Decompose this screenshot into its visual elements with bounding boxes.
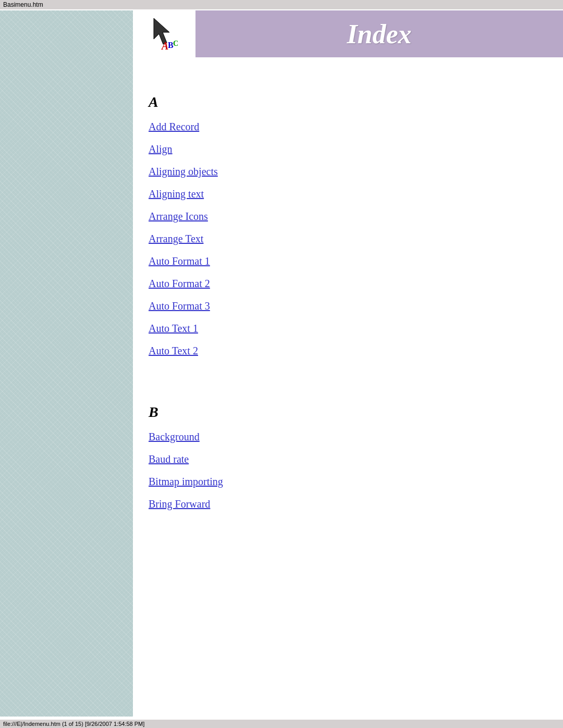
- list-item: Arrange Text: [149, 228, 547, 250]
- list-item: Aligning text: [149, 183, 547, 205]
- list-item: Aligning objects: [149, 161, 547, 183]
- section-heading-a: A: [133, 83, 563, 116]
- title-banner: Index: [195, 10, 563, 57]
- page-title: Index: [347, 19, 411, 50]
- spacer-before-a: [133, 68, 563, 83]
- link-baud-rate[interactable]: Baud rate: [149, 453, 189, 465]
- main-wrapper: A B C Index A Add Record Align Aligning …: [0, 10, 563, 717]
- list-item: Bitmap importing: [149, 471, 547, 493]
- sidebar: [0, 10, 133, 717]
- section-b-links: Background Baud rate Bitmap importing Br…: [133, 426, 563, 515]
- status-bar-text: file:///E|/Indemenu.htm (1 of 15) [9/26/…: [3, 721, 144, 727]
- link-add-record[interactable]: Add Record: [149, 121, 199, 132]
- section-a-links: Add Record Align Aligning objects Aligni…: [133, 116, 563, 362]
- spacer-before-b-2: [133, 378, 563, 393]
- link-bitmap-importing[interactable]: Bitmap importing: [149, 476, 223, 487]
- content-area: A B C Index A Add Record Align Aligning …: [133, 10, 563, 717]
- list-item: Auto Format 1: [149, 250, 547, 273]
- list-item: Auto Text 2: [149, 340, 547, 362]
- link-arrange-text[interactable]: Arrange Text: [149, 233, 203, 244]
- link-auto-format-1[interactable]: Auto Format 1: [149, 255, 210, 267]
- list-item: Add Record: [149, 116, 547, 138]
- link-background[interactable]: Background: [149, 431, 200, 442]
- list-item: Arrange Icons: [149, 205, 547, 228]
- svg-text:C: C: [173, 40, 178, 47]
- title-bar: Basimenu.htm: [0, 0, 563, 9]
- link-auto-format-3[interactable]: Auto Format 3: [149, 300, 210, 312]
- page-header: A B C Index: [133, 10, 563, 57]
- link-aligning-objects[interactable]: Aligning objects: [149, 166, 218, 177]
- link-arrange-icons[interactable]: Arrange Icons: [149, 211, 208, 222]
- link-aligning-text[interactable]: Aligning text: [149, 188, 204, 200]
- logo-icon: A B C: [146, 16, 182, 52]
- list-item: Align: [149, 138, 547, 161]
- link-auto-text-1[interactable]: Auto Text 1: [149, 323, 198, 334]
- list-item: Bring Forward: [149, 493, 547, 515]
- list-item: Background: [149, 426, 547, 448]
- spacer-before-b: [133, 362, 563, 378]
- section-heading-b: B: [133, 393, 563, 426]
- title-bar-text: Basimenu.htm: [3, 1, 43, 8]
- link-align[interactable]: Align: [149, 143, 173, 155]
- link-auto-text-2[interactable]: Auto Text 2: [149, 345, 198, 356]
- list-item: Baud rate: [149, 448, 547, 471]
- link-auto-format-2[interactable]: Auto Format 2: [149, 278, 210, 289]
- link-bring-forward[interactable]: Bring Forward: [149, 498, 210, 510]
- logo-area: A B C: [133, 10, 195, 57]
- list-item: Auto Format 3: [149, 295, 547, 317]
- list-item: Auto Text 1: [149, 317, 547, 340]
- status-bar: file:///E|/Indemenu.htm (1 of 15) [9/26/…: [0, 720, 563, 728]
- list-item: Auto Format 2: [149, 273, 547, 295]
